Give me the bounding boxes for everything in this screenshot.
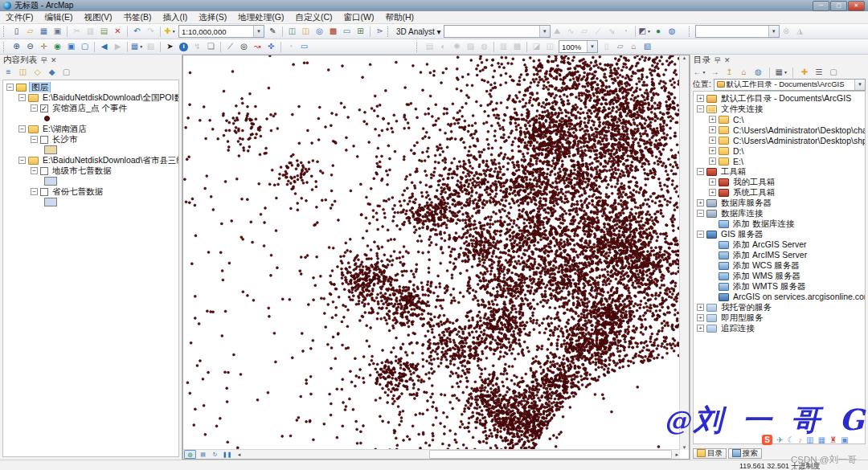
close-icon[interactable]: ✕ bbox=[51, 56, 57, 64]
tree-item-label[interactable]: 工具箱 bbox=[719, 166, 748, 177]
create-tin-icon[interactable]: ⛰ bbox=[551, 26, 563, 38]
tree-item-label[interactable]: 图层 bbox=[29, 82, 51, 92]
connect-3d-icon[interactable]: ⋗ bbox=[374, 26, 387, 38]
paste-icon[interactable]: ▤ bbox=[98, 26, 111, 38]
layer-symbol-blue[interactable] bbox=[44, 177, 57, 186]
tree-item-label[interactable]: 添加 WCS 服务器 bbox=[731, 260, 801, 271]
tree-row[interactable] bbox=[3, 176, 178, 186]
expand-icon[interactable]: + bbox=[697, 325, 704, 332]
expand-icon[interactable]: + bbox=[697, 314, 704, 321]
collapse-icon[interactable]: − bbox=[697, 210, 704, 217]
tree-row[interactable]: 添加 ArcGIS Server bbox=[694, 239, 865, 250]
tree-item-label[interactable]: 追踪连接 bbox=[719, 323, 756, 333]
options-icon[interactable]: ▢ bbox=[828, 67, 839, 78]
line-of-sight-icon[interactable]: ⟋ bbox=[592, 26, 604, 38]
thumbnails-icon[interactable]: ▦▼ bbox=[775, 67, 787, 78]
connect-folder-icon[interactable]: ✚ bbox=[799, 67, 810, 78]
fixed-zoom-in-icon[interactable]: ▣ bbox=[65, 41, 78, 53]
tree-row[interactable]: 添加 ArcIMS Server bbox=[694, 250, 865, 260]
collapse-icon[interactable]: − bbox=[31, 188, 38, 195]
collapse-icon[interactable]: − bbox=[31, 136, 38, 143]
search-window-icon[interactable]: ◎ bbox=[313, 26, 326, 38]
menu-item[interactable]: 选择(S) bbox=[193, 12, 232, 23]
tree-item-label[interactable]: E:\BaiduNetdiskDownload\省市县三级人口数据（shp格式） bbox=[41, 155, 178, 166]
list-by-source-icon[interactable]: ◫ bbox=[18, 67, 29, 78]
home-folder-icon[interactable]: ⌂ bbox=[738, 67, 749, 78]
time-slider-icon[interactable]: ◔ bbox=[285, 41, 297, 53]
contour-icon[interactable]: ◔ bbox=[619, 26, 632, 38]
go-forward-extent-icon[interactable]: ▶ bbox=[112, 41, 125, 53]
expand-icon[interactable]: + bbox=[709, 147, 716, 154]
tree-item-label[interactable]: C:\Users\Administrator\Desktop\shp bbox=[731, 136, 865, 145]
expand-icon[interactable]: + bbox=[709, 157, 716, 165]
tree-row[interactable]: −E:\BaiduNetdiskDownload\全国POI数据\宾馆酒店 bbox=[3, 92, 178, 103]
close-button[interactable]: ✕ bbox=[848, 1, 865, 11]
steepest-path-icon[interactable]: ⇘ bbox=[605, 26, 618, 38]
create-viewer-window-icon[interactable]: ▭ bbox=[298, 41, 311, 53]
tree-item-label[interactable]: 默认工作目录 - Documents\ArcGIS bbox=[719, 93, 853, 104]
toolbar-grip[interactable] bbox=[3, 27, 7, 37]
tree-item-label[interactable]: C:\ bbox=[731, 115, 745, 125]
tree-row[interactable]: −E:\BaiduNetdiskDownload\省市县三级人口数据（shp格式… bbox=[3, 155, 178, 166]
tree-item-label[interactable]: 添加 ArcIMS Server bbox=[731, 250, 809, 260]
data-view-button[interactable]: ◍ bbox=[184, 450, 196, 459]
list-by-visibility-icon[interactable]: ◇ bbox=[32, 67, 43, 78]
chevron-down-icon[interactable]: ▼ bbox=[587, 41, 597, 52]
add-data-icon[interactable]: ✚▼ bbox=[164, 26, 177, 38]
select-elements-icon[interactable]: ➤ bbox=[164, 41, 177, 53]
tree-row[interactable]: +系统工具箱 bbox=[694, 187, 865, 198]
tree-row[interactable]: ArcGIS on services.arcgisonline.com (用户) bbox=[694, 292, 865, 302]
tree-row[interactable]: +C:\Users\Administrator\Desktop\chazhi bbox=[694, 125, 865, 135]
tree-item-label[interactable]: E:\ bbox=[731, 157, 745, 166]
menu-item[interactable]: 自定义(C) bbox=[290, 12, 338, 23]
location-combo[interactable]: 默认工作目录 - Documents\ArcGIS ▼ bbox=[714, 79, 866, 91]
tree-item-label[interactable]: D:\ bbox=[731, 146, 745, 156]
page-b-icon[interactable]: ▱ bbox=[614, 41, 627, 53]
map-view[interactable]: ▲ ▼ ◍▤↻❚❚◂ ▸ bbox=[182, 55, 690, 460]
scroll-down-icon[interactable]: ▼ bbox=[682, 445, 687, 450]
tree-row[interactable]: −GIS 服务器 bbox=[694, 229, 865, 239]
tree-row[interactable]: +追踪连接 bbox=[694, 323, 865, 333]
tree-row[interactable]: 添加 数据库连接 bbox=[694, 219, 865, 229]
tree-item-label[interactable]: 添加 数据库连接 bbox=[731, 219, 796, 229]
home-basemap-icon[interactable]: ⌂ bbox=[628, 41, 641, 53]
tree-row[interactable]: −图层 bbox=[3, 82, 178, 92]
minimize-button[interactable]: ─ bbox=[813, 1, 829, 11]
interpolate-polygon-icon[interactable]: ▱ bbox=[578, 26, 591, 38]
collapse-icon[interactable]: − bbox=[697, 168, 704, 175]
tree-item-label[interactable]: 省份七普数据 bbox=[51, 186, 104, 197]
map-scale-combo[interactable]: 1:10,000,000 ▼ bbox=[178, 25, 264, 38]
full-extent-icon[interactable]: ◉ bbox=[51, 41, 64, 53]
arcscene-icon[interactable]: ◍ bbox=[665, 26, 678, 38]
collapse-icon[interactable]: − bbox=[31, 104, 38, 112]
tab-search[interactable]: 搜索 bbox=[728, 448, 762, 459]
table-of-contents-window-icon[interactable]: ◫ bbox=[286, 26, 299, 38]
tab-catalog[interactable]: 目录 bbox=[693, 448, 727, 459]
clear-selection-icon[interactable]: ▧ bbox=[145, 41, 158, 53]
tree-item-label[interactable]: ArcGIS on services.arcgisonline.com (用户) bbox=[731, 292, 865, 302]
tree-row[interactable]: 添加 WMS 服务器 bbox=[694, 271, 865, 281]
menu-item[interactable]: 窗口(W) bbox=[338, 12, 380, 23]
refresh-button[interactable]: ↻ bbox=[210, 451, 220, 458]
catalog-window-icon[interactable]: ◫ bbox=[300, 26, 313, 38]
toolbar-grip[interactable] bbox=[416, 42, 420, 52]
select-features-icon[interactable]: ▦▼ bbox=[131, 41, 144, 53]
tree-row[interactable]: −数据库连接 bbox=[694, 208, 865, 219]
tree-row[interactable]: +数据库服务器 bbox=[694, 198, 865, 208]
tree-row[interactable]: −长沙市 bbox=[3, 134, 178, 145]
editor-toolbar-icon[interactable]: ✎ bbox=[267, 26, 280, 38]
map-canvas[interactable] bbox=[183, 55, 679, 456]
pause-drawing-button[interactable]: ❚❚ bbox=[222, 451, 232, 458]
collapse-icon[interactable]: − bbox=[18, 157, 26, 164]
tree-item-label[interactable]: 添加 ArcGIS Server bbox=[731, 239, 809, 250]
layer-visibility-checkbox[interactable] bbox=[40, 167, 48, 175]
go-to-xy-icon[interactable]: ✜ bbox=[265, 41, 278, 53]
georef-flash-icon[interactable]: ⊗ bbox=[780, 26, 792, 38]
collapse-icon[interactable]: − bbox=[31, 167, 38, 174]
fixed-zoom-out-icon[interactable]: ▢ bbox=[79, 41, 92, 53]
menu-item[interactable]: 书签(B) bbox=[117, 12, 157, 23]
find-route-icon[interactable]: ↝ bbox=[252, 41, 264, 53]
pin-icon[interactable]: 무 bbox=[40, 55, 47, 66]
expand-icon[interactable]: + bbox=[709, 116, 716, 123]
menu-item[interactable]: 帮助(H) bbox=[380, 12, 420, 23]
